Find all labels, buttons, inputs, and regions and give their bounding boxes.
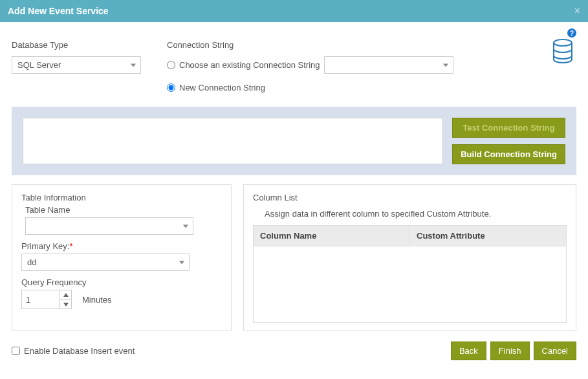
column-name-header: Column Name [254, 226, 410, 246]
table-info-panel: Table Information Table Name Primary Key… [12, 184, 232, 331]
query-frequency-stepper[interactable] [21, 290, 72, 309]
stepper-up-icon[interactable] [60, 290, 72, 299]
table-info-title: Table Information [21, 193, 222, 202]
dialog-content: ? Database Type SQL Server Connection St… [0, 22, 588, 371]
cancel-button[interactable]: Cancel [534, 341, 576, 360]
close-icon[interactable]: × [574, 5, 580, 17]
svg-marker-2 [63, 303, 69, 307]
primary-key-select[interactable]: dd [21, 254, 190, 271]
dialog-title: Add New Event Service [8, 6, 109, 16]
query-frequency-unit: Minutes [82, 295, 112, 305]
build-connection-button[interactable]: Build Connection String [452, 144, 565, 164]
table-name-select[interactable] [25, 217, 193, 235]
table-name-label: Table Name [25, 205, 222, 215]
query-frequency-input[interactable] [22, 290, 60, 309]
new-conn-label: New Connection String [179, 83, 265, 92]
existing-conn-select[interactable] [324, 56, 453, 74]
test-connection-button[interactable]: Test Connection String [452, 118, 565, 138]
column-list-desc: Assign data in different column to speci… [265, 209, 567, 219]
svg-point-0 [554, 39, 572, 46]
back-button[interactable]: Back [451, 341, 486, 360]
connection-string-label: Connection String [167, 40, 576, 50]
primary-key-label: Primary Key:* [21, 241, 222, 251]
column-list-panel: Column List Assign data in different col… [243, 184, 576, 331]
query-frequency-label: Query Frequency [21, 277, 222, 287]
database-icon [549, 38, 576, 67]
stepper-down-icon[interactable] [60, 299, 72, 309]
existing-conn-label: Choose an existing Connection String [179, 60, 320, 70]
finish-button[interactable]: Finish [490, 341, 530, 360]
help-icon[interactable]: ? [567, 28, 576, 38]
connection-string-group: Connection String Choose an existing Con… [167, 40, 576, 98]
enable-insert-checkbox[interactable] [12, 347, 20, 355]
column-list-table: Column Name Custom Attribute [253, 225, 567, 246]
new-conn-radio[interactable] [167, 83, 175, 92]
database-type-label: Database Type [12, 40, 141, 50]
column-list-body [253, 246, 567, 323]
custom-attribute-header: Custom Attribute [410, 226, 567, 246]
existing-conn-radio[interactable] [167, 61, 175, 69]
svg-marker-1 [63, 293, 69, 297]
database-type-group: Database Type SQL Server [12, 40, 141, 98]
database-type-select[interactable]: SQL Server [12, 56, 141, 74]
column-list-title: Column List [253, 193, 567, 202]
titlebar: Add New Event Service × [0, 0, 588, 22]
connection-string-panel: Test Connection String Build Connection … [12, 107, 576, 175]
enable-insert-label: Enable Database Insert event [24, 346, 135, 356]
connection-string-textarea[interactable] [23, 118, 443, 164]
